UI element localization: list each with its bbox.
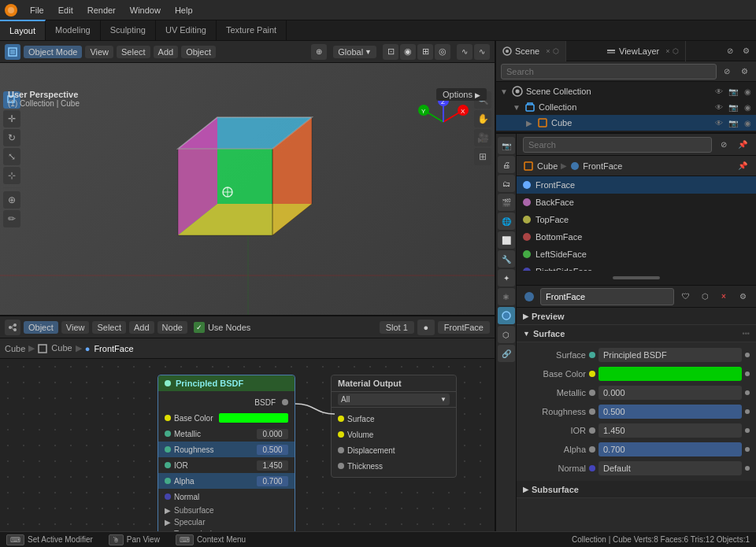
cursor-tool[interactable]: ⊕ [3,191,20,209]
surface-section-header[interactable]: ▼ Surface ••• [517,325,756,342]
material-copy-icon[interactable]: ⬡ [698,290,712,304]
move-tool[interactable]: ✛ [3,110,20,128]
metallic-row[interactable]: Metallic 0.000 [158,426,295,442]
alpha-prop-value[interactable]: 0.700 [598,442,742,456]
node-node-btn[interactable]: Node [158,321,187,334]
breadcrumb-pin[interactable]: 📌 [736,159,750,173]
menu-edit[interactable]: Edit [52,4,80,17]
scale-tool[interactable]: ⤡ [3,148,20,165]
tab-texture-paint[interactable]: Texture Paint [217,20,287,40]
prop-icon-particles[interactable]: ✦ [498,269,515,286]
tab-sculpting[interactable]: Sculpting [101,20,156,40]
material-selector[interactable]: FrontFace [438,321,490,334]
prop-icon-material[interactable] [498,307,515,324]
add-menu-btn[interactable]: Add [154,46,179,58]
node-add-btn[interactable]: Add [129,321,154,334]
material-settings-icon[interactable]: ⚙ [736,290,750,304]
hand-icon[interactable]: ✋ [474,110,491,128]
collection-eye-icon[interactable]: 👁 [713,102,724,113]
material-frontface[interactable]: FrontFace [517,176,756,194]
tab-layout[interactable]: Layout [0,20,46,40]
prop-icon-object[interactable]: ⬜ [498,231,515,249]
ior-row[interactable]: IOR 1.450 [158,457,295,473]
cube-render-icon[interactable]: ◉ [742,117,753,128]
prop-icon-data[interactable]: ⬡ [498,326,515,343]
funnel-icon[interactable]: ⊘ [723,44,737,58]
material-bottomface[interactable]: BottomFace [517,228,756,246]
alpha-row[interactable]: Alpha 0.700 [158,473,295,489]
roughness-row[interactable]: Roughness 0.500 [158,442,295,457]
preview-section-header[interactable]: ▶ Preview [517,308,756,325]
material-leftsideface[interactable]: LeftSideFace [517,246,756,263]
material-backface[interactable]: BackFace [517,194,756,211]
base-color-value[interactable] [219,413,288,423]
outliner-filter-icon[interactable]: ⊘ [720,65,734,79]
prop-icon-view-layer[interactable]: 🗂 [498,175,515,192]
slot-selector[interactable]: Slot 1 [380,321,414,334]
settings-icon[interactable]: ⚙ [739,44,753,58]
scene-eye-icon[interactable]: 👁 [713,86,724,97]
ior-prop-value[interactable]: 1.450 [598,423,742,438]
props-search-input[interactable] [523,137,712,153]
scene-collection-expand[interactable]: ▼ [499,87,509,96]
menu-window[interactable]: Window [124,4,167,17]
collection-render-icon[interactable]: ◉ [742,102,753,113]
outliner-search-input[interactable] [501,64,717,79]
shading-icon[interactable]: ◉ [400,44,416,60]
node-mode-btn[interactable]: Object [24,321,58,334]
material-rightsideface[interactable]: RightSideFace [517,263,756,271]
viewport-gizmo[interactable]: X Y Z [416,94,471,151]
transform-tool[interactable]: ⊹ [3,167,20,184]
scene-render-icon[interactable]: ◉ [742,86,753,97]
node-view-btn[interactable]: View [61,321,90,334]
scene-camera-icon[interactable]: 📷 [728,86,739,97]
cube-row[interactable]: ▶ Cube 👁 📷 ◉ [496,115,756,131]
specular-expand[interactable]: ▶Specular [158,516,295,528]
roughness-prop-value[interactable]: 0.500 [598,405,742,419]
collection-camera-icon[interactable]: 📷 [728,102,739,113]
overlay-icon[interactable]: ⊡ [383,44,398,60]
prop-icon-modifier[interactable]: 🔧 [498,250,515,268]
subsurface-section-header[interactable]: ▶ Subsurface [517,481,756,498]
toolbar-icon-1[interactable]: ∿ [457,44,472,60]
scene-collection-row[interactable]: ▼ Scene Collection 👁 📷 ◉ [496,83,756,99]
object-mode-button[interactable]: Object Mode [24,46,82,58]
camera2-icon[interactable]: 🎥 [474,129,491,146]
ior-value[interactable]: 1.450 [257,460,288,471]
material-name-input[interactable] [540,288,674,305]
grid-icon[interactable]: ⊞ [474,148,491,165]
normal-prop-value[interactable]: Default [598,461,742,475]
global-transform-btn[interactable]: Global ▼ [333,46,376,58]
cube-camera-icon[interactable]: 📷 [728,117,739,128]
menu-render[interactable]: Render [81,4,122,17]
roughness-value[interactable]: 0.500 [257,445,288,455]
menu-help[interactable]: Help [169,4,199,17]
base-color-prop-value[interactable] [598,367,742,381]
surface-value[interactable]: Principled BSDF [598,348,742,362]
props-filter-icon[interactable]: ⊘ [717,138,731,152]
viewlayer-tab[interactable]: ViewLayer × ⬡ [600,41,686,61]
tab-uv-editing[interactable]: UV Editing [156,20,217,40]
output-target-select[interactable]: All ▼ [338,394,450,405]
collection-expand[interactable]: ▼ [512,102,521,112]
menu-file[interactable]: File [24,4,50,17]
subsurface-expand[interactable]: ▶Subsurface [158,504,295,516]
snap-icon[interactable]: ⊞ [417,44,433,60]
select-menu-btn[interactable]: Select [117,46,150,58]
prop-icon-world[interactable]: 🌐 [498,213,515,230]
proportional-icon[interactable]: ◎ [435,44,450,60]
outliner-settings-icon[interactable]: ⚙ [737,65,751,79]
prop-icon-scene[interactable]: 🎬 [498,194,515,211]
annotate-tool[interactable]: ✏ [3,210,20,227]
node-select-btn[interactable]: Select [92,321,126,334]
alpha-value[interactable]: 0.700 [257,476,288,486]
principled-bsdf-node[interactable]: Principled BSDF BSDF Base Color [158,375,295,547]
cube-eye-icon[interactable]: 👁 [713,117,724,128]
metallic-value[interactable]: 0.000 [257,429,288,439]
object-menu-btn[interactable]: Object [181,46,216,58]
cube-expand[interactable]: ▶ [524,118,534,128]
tab-modeling[interactable]: Modeling [46,20,101,40]
prop-icon-output[interactable]: 🖨 [498,156,515,173]
rotate-tool[interactable]: ↻ [3,129,20,146]
scene-tab[interactable]: Scene × ⬡ [496,41,566,61]
